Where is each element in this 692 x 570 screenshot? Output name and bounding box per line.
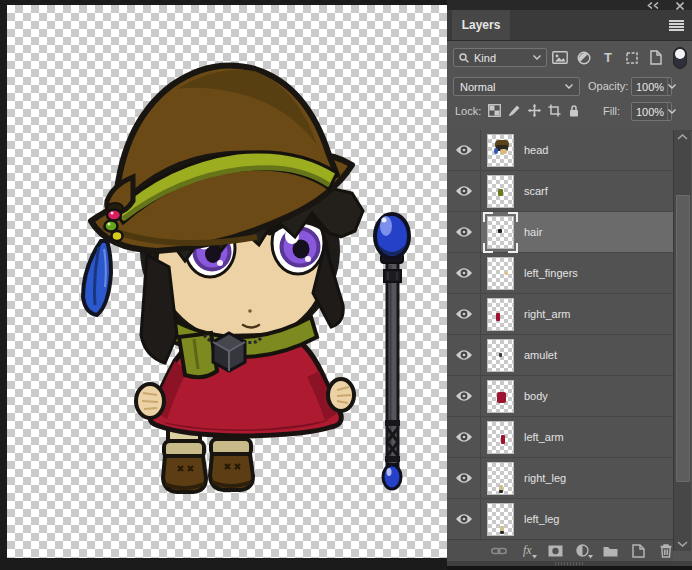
visibility-toggle[interactable] — [447, 458, 481, 498]
new-group-icon[interactable] — [603, 543, 618, 559]
filter-type-layers-icon[interactable]: T — [600, 50, 616, 66]
lock-all-icon[interactable] — [568, 103, 580, 121]
fx-label: fx — [523, 543, 532, 558]
layer-thumbnail[interactable] — [487, 339, 514, 372]
lock-transparency-icon[interactable] — [488, 103, 501, 121]
layers-bottom-bar: fx — [447, 539, 673, 561]
layer-row-amulet[interactable]: amulet — [447, 335, 673, 376]
delete-layer-icon[interactable] — [659, 543, 674, 559]
visibility-toggle[interactable] — [447, 376, 481, 416]
drag-handle-icon — [555, 562, 583, 565]
layer-effects-button[interactable]: fx — [520, 543, 535, 559]
filter-pixel-layers-icon[interactable] — [552, 50, 568, 66]
layer-thumbnail[interactable] — [487, 175, 514, 208]
kind-filter-dropdown[interactable]: Kind — [453, 48, 547, 67]
panel-bottom-edge — [447, 566, 692, 570]
layer-row-head[interactable]: head — [447, 130, 673, 171]
filter-toggle[interactable] — [673, 47, 687, 69]
lock-label: Lock: — [455, 105, 481, 117]
panel-menu-icon[interactable] — [669, 20, 684, 31]
canvas-area — [0, 0, 447, 570]
layer-thumbnail[interactable] — [487, 257, 514, 290]
layer-row-left_arm[interactable]: left_arm — [447, 417, 673, 458]
blend-mode-dropdown[interactable]: Normal — [453, 77, 580, 96]
lock-icons — [488, 102, 580, 121]
layer-thumbnail[interactable] — [487, 421, 514, 454]
panel-title-strip — [447, 0, 692, 10]
layer-controls: Kind T — [447, 41, 692, 131]
layer-thumbnail[interactable] — [487, 298, 514, 331]
lock-artboard-icon[interactable] — [548, 103, 561, 121]
scrollbar-thumb[interactable] — [676, 195, 690, 482]
eye-icon — [455, 349, 473, 361]
collapse-panel-icon[interactable] — [646, 2, 660, 9]
chevron-down-icon — [533, 55, 541, 60]
lock-position-icon[interactable] — [528, 103, 541, 121]
eye-icon — [455, 226, 473, 238]
tab-layers[interactable]: Layers — [452, 10, 510, 40]
visibility-toggle[interactable] — [447, 335, 481, 375]
visibility-toggle[interactable] — [447, 417, 481, 457]
document-canvas[interactable] — [7, 5, 447, 558]
layer-row-body[interactable]: body — [447, 376, 673, 417]
scroll-down-icon[interactable] — [677, 541, 688, 547]
scroll-up-icon[interactable] — [677, 134, 688, 140]
lock-image-pixels-icon[interactable] — [508, 103, 521, 121]
visibility-toggle[interactable] — [447, 130, 481, 170]
opacity-label: Opacity: — [588, 80, 628, 92]
layer-row-left_fingers[interactable]: left_fingers — [447, 253, 673, 294]
search-icon — [459, 53, 469, 63]
layer-name: right_leg — [524, 472, 566, 484]
filter-shape-layers-icon[interactable] — [624, 50, 640, 66]
new-layer-icon[interactable] — [631, 543, 646, 559]
link-layers-icon[interactable] — [491, 543, 507, 559]
layer-thumbnail[interactable] — [487, 380, 514, 413]
layers-scrollbar[interactable] — [673, 130, 691, 551]
eye-icon — [455, 472, 473, 484]
layers-panel: Layers Kind — [447, 0, 692, 570]
layer-name: left_arm — [524, 431, 564, 443]
layer-name: amulet — [524, 349, 557, 361]
layer-row-right_leg[interactable]: right_leg — [447, 458, 673, 499]
visibility-toggle[interactable] — [447, 253, 481, 293]
filter-adjustment-layers-icon[interactable] — [576, 50, 592, 66]
layer-name: hair — [524, 226, 542, 238]
filter-smart-object-icon[interactable] — [648, 50, 664, 66]
chevron-down-icon — [588, 555, 593, 559]
visibility-toggle[interactable] — [447, 171, 481, 211]
new-adjustment-layer-icon[interactable] — [576, 543, 591, 559]
layer-row-left_leg[interactable]: left_leg — [447, 499, 673, 540]
fill-input[interactable]: 100% — [631, 102, 672, 121]
eye-icon — [455, 267, 473, 279]
chevron-down-icon — [565, 84, 573, 89]
visibility-toggle[interactable] — [447, 294, 481, 334]
fill-value: 100% — [636, 106, 664, 118]
layer-name: scarf — [524, 185, 548, 197]
visibility-toggle[interactable] — [447, 212, 481, 252]
chevron-down-icon — [668, 84, 676, 89]
panel-tab-bar: Layers — [447, 10, 692, 41]
opacity-input[interactable]: 100% — [631, 77, 672, 96]
layer-row-hair[interactable]: hair — [447, 212, 673, 253]
layer-row-right_arm[interactable]: right_arm — [447, 294, 673, 335]
eye-icon — [455, 185, 473, 197]
layer-thumbnail[interactable] — [487, 503, 514, 536]
layer-row-scarf[interactable]: scarf — [447, 171, 673, 212]
eye-icon — [455, 431, 473, 443]
layer-thumbnail[interactable] — [487, 462, 514, 495]
close-panel-icon[interactable] — [676, 2, 684, 10]
layer-name: head — [524, 144, 548, 156]
visibility-toggle[interactable] — [447, 499, 481, 539]
layer-name: body — [524, 390, 548, 402]
chevron-down-icon — [668, 109, 676, 114]
photoshop-window: Layers Kind — [0, 0, 692, 570]
eye-icon — [455, 144, 473, 156]
kind-filter-label: Kind — [474, 52, 496, 64]
add-layer-mask-icon[interactable] — [548, 543, 563, 559]
layer-name: left_fingers — [524, 267, 578, 279]
layer-list: headscarfhairleft_fingersright_armamulet… — [447, 130, 673, 540]
layer-thumbnail[interactable] — [487, 134, 514, 167]
eye-icon — [455, 513, 473, 525]
chevron-down-icon — [532, 555, 537, 559]
eye-icon — [455, 308, 473, 320]
